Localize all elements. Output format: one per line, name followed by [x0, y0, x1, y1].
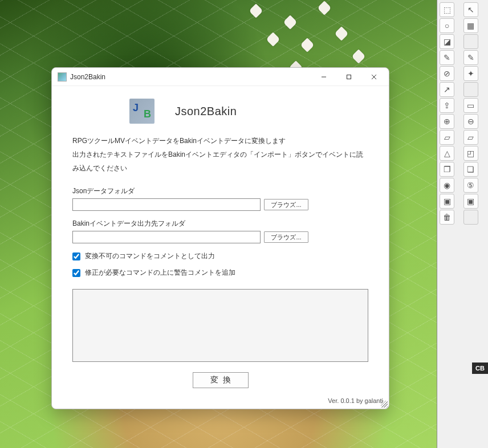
version-text: Ver. 0.0.1 by galanti [52, 397, 389, 409]
terrain-icon[interactable]: ◪ [440, 34, 454, 49]
convert-row: 変換 [72, 362, 368, 392]
grid-icon[interactable]: ▦ [463, 18, 478, 33]
cb-label: CB [472, 363, 488, 374]
svg-rect-1 [347, 75, 351, 79]
warning-comment-checkbox[interactable] [72, 269, 80, 277]
paste-icon[interactable]: ❏ [463, 162, 478, 177]
checkbox2-row: 修正が必要なコマンドの上に警告コメントを追加 [72, 268, 368, 278]
right-toolbar-panel: ⬚↖○▦◪✎✎⊘✦↗⇪▭⊕⊖▱▱△◰❐❏◉⑤▣▣🗑 CB [437, 0, 488, 448]
desc-line-2: 出力されたテキストファイルをBakinイベントエディタの「インポート」ボタンでイ… [72, 148, 368, 175]
output-folder-input[interactable] [72, 231, 261, 243]
header-row: Json2Bakin [72, 94, 368, 134]
trash-icon[interactable]: 🗑 [440, 210, 454, 225]
toolbar-grid: ⬚↖○▦◪✎✎⊘✦↗⇪▭⊕⊖▱▱△◰❐❏◉⑤▣▣🗑 [437, 0, 488, 227]
magic-icon[interactable]: ✦ [463, 66, 478, 81]
lasso-icon[interactable]: ○ [440, 18, 454, 33]
corner-icon[interactable]: ◰ [463, 146, 478, 161]
pencil-icon[interactable]: ✎ [440, 50, 454, 65]
json-folder-input[interactable] [72, 198, 261, 211]
view-icon[interactable]: ◉ [440, 178, 454, 193]
checkbox1-row: 変換不可のコマンドをコメントとして出力 [72, 251, 368, 261]
maximize-button[interactable] [336, 68, 361, 85]
output-browse-button[interactable]: ブラウズ... [264, 231, 308, 243]
window-body: Json2Bakin RPGツクールMVイベントデータをBakinイベントデータ… [52, 86, 389, 397]
copy-icon[interactable]: ❐ [440, 162, 454, 177]
output-folder-label: Bakinイベントデータ出力先フォルダ [72, 219, 368, 229]
align-icon[interactable]: ⊖ [463, 114, 478, 129]
shape2-icon[interactable]: ▱ [463, 130, 478, 145]
app-logo-icon [129, 99, 154, 124]
minimize-button[interactable] [311, 68, 336, 85]
titlebar-app-icon [58, 72, 67, 82]
raise-icon[interactable]: ⇪ [440, 98, 454, 113]
titlebar[interactable]: Json2Bakin [52, 68, 389, 86]
layer2-icon[interactable]: ▣ [463, 194, 478, 209]
shape1-icon[interactable]: ▱ [440, 130, 454, 145]
path-icon[interactable]: ↗ [440, 82, 454, 97]
pointer-icon[interactable]: ↖ [463, 2, 478, 17]
unconvertible-as-comment-checkbox[interactable] [72, 252, 80, 260]
log-output[interactable] [72, 289, 368, 362]
description-text: RPGツクールMVイベントデータをBakinイベントデータに変換します 出力され… [72, 134, 368, 175]
json-browse-button[interactable]: ブラウズ... [264, 199, 308, 210]
pencil2-icon[interactable]: ✎ [463, 50, 478, 65]
blank-2 [463, 82, 478, 97]
blank-1 [463, 34, 478, 49]
flatten-icon[interactable]: ▭ [463, 98, 478, 113]
json-folder-row: ブラウズ... [72, 198, 368, 211]
blank-3 [463, 210, 478, 225]
json2bakin-window: Json2Bakin Json2Bakin RPGツクールMVイベントデータをB… [51, 67, 389, 409]
center-icon[interactable]: ⊕ [440, 114, 454, 129]
eraser-icon[interactable]: ⊘ [440, 66, 454, 81]
num-icon[interactable]: ⑤ [463, 178, 478, 193]
json-folder-label: Jsonデータフォルダ [72, 186, 368, 196]
resize-grip[interactable] [381, 401, 388, 408]
checkbox2-label[interactable]: 修正が必要なコマンドの上に警告コメントを追加 [85, 268, 235, 278]
select-rect-icon[interactable]: ⬚ [440, 2, 454, 17]
output-folder-row: ブラウズ... [72, 231, 368, 243]
app-title: Json2Bakin [175, 105, 237, 118]
checkbox1-label[interactable]: 変換不可のコマンドをコメントとして出力 [85, 251, 215, 261]
desc-line-1: RPGツクールMVイベントデータをBakinイベントデータに変換します [72, 134, 368, 148]
titlebar-title: Json2Bakin [70, 73, 311, 81]
convert-button[interactable]: 変換 [193, 372, 249, 388]
layer1-icon[interactable]: ▣ [440, 194, 454, 209]
close-button[interactable] [361, 68, 387, 85]
slope-icon[interactable]: △ [440, 146, 454, 161]
